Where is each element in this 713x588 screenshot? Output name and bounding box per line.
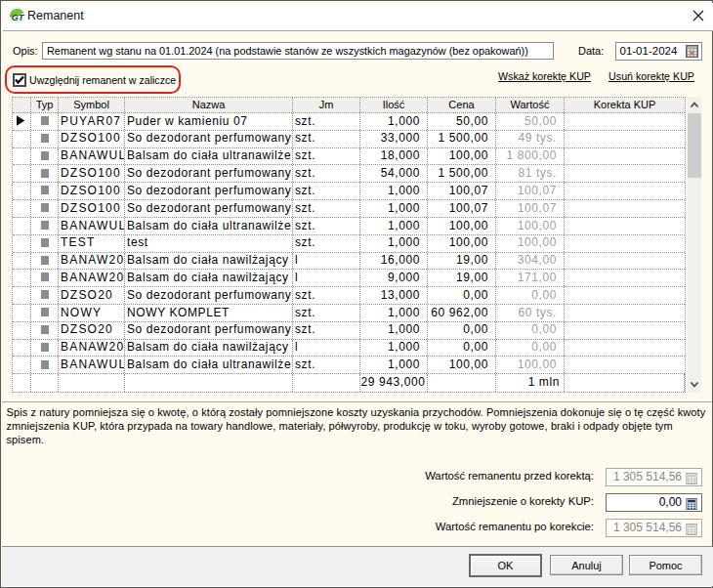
svg-text:GT: GT	[12, 13, 25, 22]
